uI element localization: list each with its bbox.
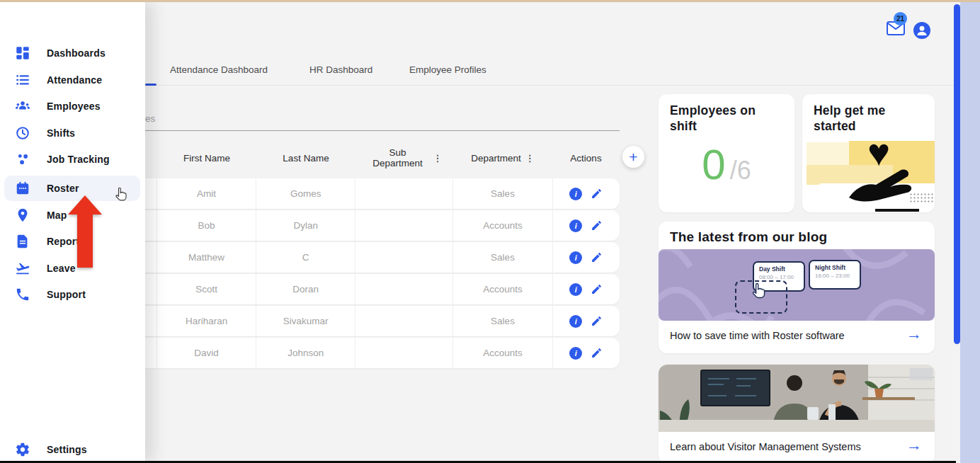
column-menu-icon[interactable]: ⋮ — [433, 153, 443, 164]
cell-actions: i — [552, 210, 620, 241]
sidebar-item-label: Attendance — [47, 74, 102, 86]
sidebar-item-settings[interactable]: Settings — [4, 437, 140, 462]
info-button[interactable]: i — [569, 347, 582, 360]
drag-hand-icon — [749, 282, 768, 300]
edit-pencil-button[interactable] — [591, 315, 603, 327]
shift-count-value: 0 — [702, 144, 725, 186]
cell-department[interactable]: Sales — [452, 306, 552, 336]
cell-actions: i — [552, 306, 620, 336]
photo-edge-noise — [909, 193, 933, 204]
scrollbar-thumb[interactable] — [954, 4, 960, 344]
photo-edge-bar — [875, 209, 919, 212]
map-pin-icon — [14, 207, 31, 224]
cell-first-name[interactable]: Matthew — [156, 242, 256, 273]
cell-sub-department[interactable] — [355, 210, 452, 241]
cell-sub-department[interactable] — [355, 306, 452, 336]
phone-icon — [14, 286, 31, 303]
header-first-name[interactable]: First Name — [157, 142, 256, 174]
blog-post-card-visitor: Learn about Visitor Management Systems → — [659, 365, 935, 463]
cell-last-name[interactable]: Dylan — [256, 210, 355, 241]
tab-hr-dashboard[interactable]: HR Dashboard — [309, 64, 372, 75]
sidebar-item-label: Support — [47, 289, 86, 300]
document-icon — [14, 233, 31, 250]
edit-pencil-button[interactable] — [591, 219, 603, 232]
blog-post-image-roster[interactable]: Day Shift 08:00 – 17:00 Night Shift 16:0… — [659, 249, 935, 321]
list-icon — [14, 72, 31, 88]
header-department[interactable]: Department ⋮ — [453, 142, 552, 174]
cell-first-name[interactable]: Bob — [156, 210, 256, 241]
cell-actions: i — [552, 242, 620, 273]
cell-department[interactable]: Sales — [452, 242, 552, 273]
edit-pencil-button[interactable] — [591, 347, 603, 359]
cursor-pointer-icon — [113, 185, 129, 203]
cell-last-name[interactable]: Gomes — [256, 178, 355, 209]
cell-last-name[interactable]: C — [256, 242, 355, 273]
header-last-name[interactable]: Last Name — [256, 142, 355, 174]
airplane-icon — [14, 260, 31, 277]
info-button[interactable]: i — [569, 283, 582, 296]
cell-first-name[interactable]: Scott — [156, 274, 256, 304]
cell-last-name[interactable]: Sivakumar — [256, 306, 355, 336]
sidebar-item-shifts[interactable]: Shifts — [4, 120, 140, 146]
user-avatar-button[interactable] — [913, 22, 930, 39]
info-button[interactable]: i — [569, 219, 582, 232]
cell-first-name[interactable]: David — [156, 338, 256, 368]
night-shift-time: 16:00 – 23:00 — [815, 273, 860, 279]
arrow-right-icon[interactable]: → — [906, 325, 922, 343]
window-top-border — [0, 0, 980, 2]
add-column-button[interactable]: + — [622, 146, 644, 168]
scrollbar-track[interactable] — [960, 0, 980, 463]
help-card-illustration: ♥ — [802, 141, 935, 212]
sidebar-item-job-tracking[interactable]: Job Tracking — [4, 147, 140, 172]
header-sub-department[interactable]: Sub Department ⋮ — [355, 142, 453, 174]
person-icon — [913, 22, 930, 39]
cell-department[interactable]: Accounts — [452, 274, 552, 304]
sidebar-item-employees[interactable]: Employees — [4, 93, 140, 119]
gear-icon — [14, 441, 31, 458]
red-arrow-annotation — [68, 195, 102, 268]
blog-post-title[interactable]: Learn about Visitor Management Systems — [670, 441, 861, 452]
cell-sub-department[interactable] — [355, 242, 452, 273]
cell-sub-department[interactable] — [355, 274, 452, 304]
sidebar-item-support[interactable]: Support — [4, 282, 140, 307]
cell-first-name[interactable]: Amit — [156, 178, 256, 209]
people-icon — [14, 98, 31, 115]
search-input[interactable]: es — [145, 113, 155, 124]
edit-pencil-button[interactable] — [591, 283, 603, 295]
cell-last-name[interactable]: Johnson — [256, 338, 355, 368]
arrow-right-icon[interactable]: → — [906, 436, 922, 455]
cell-sub-department[interactable] — [355, 178, 452, 209]
info-button[interactable]: i — [569, 315, 582, 328]
clock-icon — [14, 125, 31, 142]
search-underline — [145, 130, 620, 131]
blog-post-photo[interactable] — [659, 365, 935, 432]
cell-department[interactable]: Accounts — [452, 338, 552, 368]
column-menu-icon[interactable]: ⋮ — [525, 153, 535, 164]
help-get-started-card[interactable]: Help get me started ♥ — [802, 94, 935, 212]
cell-last-name[interactable]: Doran — [256, 274, 355, 304]
cell-department[interactable]: Accounts — [452, 210, 552, 241]
sidebar-item-attendance[interactable]: Attendance — [4, 67, 140, 93]
sidebar-item-label: Employees — [47, 101, 101, 112]
shift-card-title: Employees on shift — [670, 103, 776, 135]
cell-department[interactable]: Sales — [452, 178, 552, 209]
cell-first-name[interactable]: Hariharan — [156, 306, 256, 336]
cell-sub-department[interactable] — [355, 338, 452, 368]
info-button[interactable]: i — [569, 251, 582, 264]
info-button[interactable]: i — [569, 188, 582, 200]
help-card-title: Help get me started — [814, 103, 920, 135]
sidebar-item-label: Dashboards — [47, 47, 106, 59]
cell-actions: i — [552, 338, 620, 368]
sidebar-item-label: Settings — [47, 444, 87, 455]
sidebar-item-dashboards[interactable]: Dashboards — [4, 40, 140, 66]
notification-badge: 21 — [894, 12, 907, 25]
tab-employee-profiles[interactable]: Employee Profiles — [409, 64, 486, 75]
dots-cluster-icon — [14, 151, 31, 168]
edit-pencil-button[interactable] — [591, 251, 603, 263]
edit-pencil-button[interactable] — [591, 188, 603, 200]
tab-attendance-dashboard[interactable]: Attendance Dashboard — [170, 64, 268, 75]
cell-actions: i — [552, 274, 620, 304]
blog-post-title[interactable]: How to save time with Roster software — [670, 330, 845, 341]
blog-section-card: The latest from our blog Day Shift 08:00… — [659, 222, 935, 353]
sidebar-item-label: Job Tracking — [47, 154, 110, 165]
